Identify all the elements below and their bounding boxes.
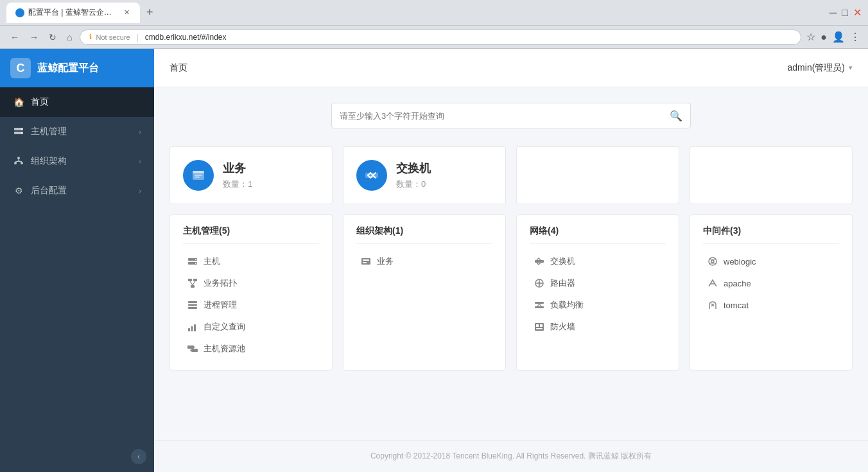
tab-list: 配置平台 | 蓝鲸智云企业版 ✕ + bbox=[6, 3, 824, 23]
cat-item-weblogic[interactable]: weblogic bbox=[703, 250, 839, 272]
biz-topo-icon bbox=[187, 277, 198, 289]
sidebar-nav: 🏠 首页 主机管理 › bbox=[0, 87, 154, 441]
svg-point-5 bbox=[14, 162, 17, 164]
cat-item-switch[interactable]: 交换机 bbox=[530, 250, 666, 272]
minimize-button[interactable]: ─ bbox=[829, 7, 837, 19]
main-header: 首页 admin(管理员) ▾ bbox=[154, 49, 868, 87]
sidebar-item-backend[interactable]: ⚙ 后台配置 › bbox=[0, 176, 154, 205]
category-host-title: 主机管理(5) bbox=[183, 225, 319, 244]
browser-tab-bar: 配置平台 | 蓝鲸智云企业版 ✕ + ─ □ ✕ bbox=[0, 0, 868, 26]
svg-line-22 bbox=[190, 281, 193, 285]
svg-rect-24 bbox=[188, 301, 197, 303]
search-input[interactable] bbox=[340, 111, 670, 121]
category-network-title: 网络(4) bbox=[530, 225, 666, 244]
back-button[interactable]: ← bbox=[8, 31, 22, 44]
bookmark-icon[interactable]: ☆ bbox=[806, 31, 815, 43]
forward-button[interactable]: → bbox=[27, 31, 41, 44]
tomcat-icon bbox=[707, 299, 718, 311]
address-bar: ← → ↻ ⌂ ℹ Not secure | cmdb.erikxu.net/#… bbox=[0, 26, 868, 49]
active-tab[interactable]: 配置平台 | 蓝鲸智云企业版 ✕ bbox=[6, 3, 140, 23]
svg-line-23 bbox=[193, 281, 195, 285]
new-tab-button[interactable]: + bbox=[143, 4, 157, 21]
query-icon bbox=[187, 321, 198, 333]
svg-rect-32 bbox=[191, 349, 198, 352]
cat-item-apache[interactable]: apache bbox=[703, 272, 839, 294]
close-button[interactable]: ✕ bbox=[853, 6, 862, 19]
svg-rect-27 bbox=[188, 328, 190, 331]
cat-label-biz: 业务 bbox=[377, 256, 394, 267]
svg-line-8 bbox=[15, 161, 19, 162]
sidebar: C 蓝鲸配置平台 🏠 首页 主机管理 › bbox=[0, 49, 154, 472]
content-area: 🔍 bbox=[154, 87, 868, 440]
cat-item-process[interactable]: 进程管理 bbox=[183, 294, 319, 316]
home-icon: 🏠 bbox=[13, 96, 24, 108]
business-title: 业务 bbox=[223, 161, 252, 176]
cat-label-tomcat: tomcat bbox=[724, 301, 749, 310]
pool-icon bbox=[187, 343, 198, 354]
user-info[interactable]: admin(管理员) ▾ bbox=[788, 62, 853, 74]
cat-item-biz[interactable]: 业务 bbox=[356, 250, 492, 272]
card-switch-header: 交换机 数量：0 bbox=[356, 160, 492, 191]
tab-close-button[interactable]: ✕ bbox=[122, 8, 131, 17]
svg-point-6 bbox=[21, 162, 23, 164]
cat-label-query: 自定义查询 bbox=[204, 321, 245, 333]
tab-favicon bbox=[15, 8, 24, 17]
sidebar-item-home[interactable]: 🏠 首页 bbox=[0, 87, 154, 117]
host-mgmt-icon bbox=[13, 126, 24, 137]
svg-point-54 bbox=[711, 260, 714, 263]
svg-point-17 bbox=[195, 259, 196, 260]
cat-item-host[interactable]: 主机 bbox=[183, 250, 319, 272]
cat-label-weblogic: weblogic bbox=[724, 257, 756, 267]
sidebar-home-label: 首页 bbox=[31, 96, 49, 108]
svg-rect-37 bbox=[363, 262, 367, 263]
category-org-title: 组织架构(1) bbox=[356, 225, 492, 244]
svg-point-40 bbox=[538, 282, 541, 284]
card-switch[interactable]: 交换机 数量：0 bbox=[343, 146, 506, 204]
logo-text: 蓝鲸配置平台 bbox=[37, 62, 99, 75]
card-business[interactable]: 业务 数量：1 bbox=[169, 146, 333, 204]
profile-icon[interactable]: ● bbox=[820, 31, 827, 43]
cat-item-lb[interactable]: 负载均衡 bbox=[530, 294, 666, 316]
cat-item-pool[interactable]: 主机资源池 bbox=[183, 338, 319, 360]
security-label: Not secure bbox=[96, 33, 130, 41]
svg-rect-46 bbox=[535, 306, 544, 308]
search-container: 🔍 bbox=[169, 103, 853, 128]
switch-count: 数量：0 bbox=[396, 179, 431, 190]
sidebar-item-host[interactable]: 主机管理 › bbox=[0, 117, 154, 146]
reload-button[interactable]: ↻ bbox=[46, 31, 59, 44]
restore-button[interactable]: □ bbox=[842, 7, 848, 19]
menu-icon[interactable]: ⋮ bbox=[850, 31, 860, 43]
security-icon: ℹ bbox=[89, 33, 92, 41]
svg-rect-51 bbox=[540, 324, 542, 327]
svg-point-53 bbox=[709, 258, 716, 265]
cat-item-fw[interactable]: 防火墙 bbox=[530, 316, 666, 338]
card-switch-info: 交换机 数量：0 bbox=[396, 161, 431, 190]
svg-rect-29 bbox=[194, 324, 196, 331]
svg-line-9 bbox=[19, 161, 22, 162]
weblogic-icon bbox=[707, 256, 718, 267]
cat-item-tomcat[interactable]: tomcat bbox=[703, 294, 839, 316]
category-network: 网络(4) 交换机 bbox=[516, 214, 679, 371]
sidebar-collapse[interactable]: ‹ bbox=[0, 441, 154, 472]
svg-point-3 bbox=[21, 132, 22, 134]
cat-item-query[interactable]: 自定义查询 bbox=[183, 316, 319, 338]
cat-label-fw: 防火墙 bbox=[550, 321, 575, 333]
account-icon[interactable]: 👤 bbox=[832, 31, 845, 43]
home-button[interactable]: ⌂ bbox=[64, 31, 74, 44]
svg-rect-50 bbox=[536, 324, 539, 327]
cat-label-process: 进程管理 bbox=[204, 299, 237, 311]
app-wrapper: C 蓝鲸配置平台 🏠 首页 主机管理 › bbox=[0, 49, 868, 472]
svg-point-18 bbox=[195, 263, 196, 264]
switch-title: 交换机 bbox=[396, 161, 431, 176]
cat-item-biz-topo[interactable]: 业务拓扑 bbox=[183, 272, 319, 294]
cat-label-router: 路由器 bbox=[550, 277, 575, 289]
backend-arrow-icon: › bbox=[139, 187, 141, 195]
process-icon bbox=[187, 299, 198, 311]
cat-item-router[interactable]: 路由器 bbox=[530, 272, 666, 294]
address-input-box[interactable]: ℹ Not secure | cmdb.erikxu.net/#/index bbox=[80, 30, 801, 45]
card-empty-1 bbox=[516, 146, 679, 204]
search-icon[interactable]: 🔍 bbox=[670, 110, 682, 122]
main-content: 首页 admin(管理员) ▾ 🔍 bbox=[154, 49, 868, 472]
host-arrow-icon: › bbox=[139, 128, 141, 135]
sidebar-item-org[interactable]: 组织架构 › bbox=[0, 146, 154, 176]
